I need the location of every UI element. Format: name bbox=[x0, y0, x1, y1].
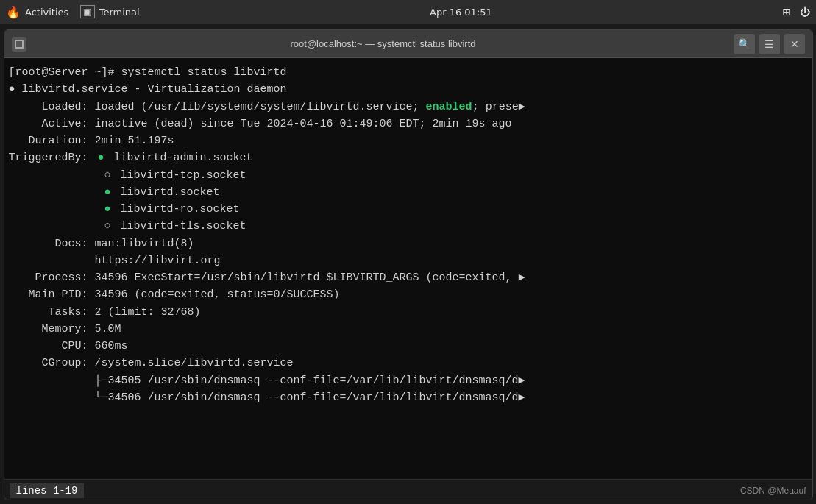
cgroup2-line: └─34506 /usr/sbin/dnsmasq --conf-file=/v… bbox=[9, 389, 808, 406]
cpu-label: CPU: bbox=[9, 338, 88, 355]
docs-line1: Docs: man:libvirtd(8) bbox=[9, 235, 808, 252]
triggered-indent4 bbox=[9, 201, 102, 218]
triggered-value4: libvirtd-ro.socket bbox=[114, 201, 240, 218]
prompt-text: [root@Server ~]# systemctl status libvir… bbox=[9, 64, 287, 81]
system-bar: 🔥 Activities ▣ Terminal Apr 16 01:51 ⊞ ⏻ bbox=[0, 0, 816, 24]
duration-value: 2min 51.197s bbox=[88, 132, 174, 149]
triggered-line3: ● libvirtd.socket bbox=[9, 184, 808, 201]
activities-label: Activities bbox=[25, 7, 68, 18]
docs-value2: https://libvirt.org bbox=[9, 252, 221, 269]
triggered-dot2: ○ bbox=[104, 167, 111, 184]
mainpid-label: Main PID: bbox=[9, 286, 88, 303]
triggered-dot3: ● bbox=[104, 184, 111, 201]
mainpid-value: 34596 (code=exited, status=0/SUCCESS) bbox=[88, 286, 340, 303]
triggered-value2: libvirtd-tcp.socket bbox=[114, 167, 246, 184]
system-datetime: Apr 16 01:51 bbox=[140, 7, 783, 18]
search-button[interactable]: 🔍 bbox=[734, 34, 755, 54]
triggered-value3: libvirtd.socket bbox=[114, 184, 220, 201]
memory-value: 5.0M bbox=[88, 321, 121, 338]
triggered-line2: ○ libvirtd-tcp.socket bbox=[9, 167, 808, 184]
close-button[interactable]: ✕ bbox=[784, 34, 805, 54]
loaded-line: Loaded: loaded (/usr/lib/systemd/system/… bbox=[9, 99, 808, 116]
cpu-line: CPU: 660ms bbox=[9, 338, 808, 355]
tasks-line: Tasks: 2 (limit: 32768) bbox=[9, 304, 808, 321]
active-label: Active: bbox=[9, 116, 88, 132]
triggered-dot5: ○ bbox=[104, 218, 111, 235]
triggered-value1: libvirtd-admin.socket bbox=[107, 149, 253, 166]
loaded-suffix: ; prese▶ bbox=[472, 99, 525, 116]
prompt-line: [root@Server ~]# systemctl status libvir… bbox=[9, 64, 808, 81]
cgroup1-value: ├─34505 /usr/sbin/dnsmasq --conf-file=/v… bbox=[9, 372, 525, 389]
menu-button[interactable]: ☰ bbox=[759, 34, 780, 54]
grid-icon[interactable]: ⊞ bbox=[782, 6, 791, 18]
docs-label: Docs: bbox=[9, 235, 88, 252]
loaded-label: Loaded: bbox=[9, 99, 88, 116]
titlebar-buttons: 🔍 ☰ ✕ bbox=[734, 34, 805, 54]
terminal-title: root@localhost:~ — systemctl status libv… bbox=[32, 38, 734, 49]
cgroup-value: /system.slice/libvirtd.service bbox=[88, 355, 294, 372]
duration-line: Duration: 2min 51.197s bbox=[9, 132, 808, 149]
activities-icon: 🔥 bbox=[6, 5, 21, 19]
triggered-dot4: ● bbox=[104, 201, 111, 218]
terminal-taskbar-item[interactable]: ▣ Terminal bbox=[80, 5, 139, 18]
docs-line2: https://libvirt.org bbox=[9, 252, 808, 269]
cpu-value: 660ms bbox=[88, 338, 128, 355]
triggered-value5: libvirtd-tls.socket bbox=[114, 218, 246, 235]
triggered-line4: ● libvirtd-ro.socket bbox=[9, 201, 808, 218]
cgroup-label: CGroup: bbox=[9, 355, 88, 372]
terminal-label: Terminal bbox=[99, 7, 140, 18]
terminal-window: root@localhost:~ — systemctl status libv… bbox=[4, 29, 813, 500]
power-icon[interactable]: ⏻ bbox=[800, 6, 810, 18]
process-line: Process: 34596 ExecStart=/usr/sbin/libvi… bbox=[9, 269, 808, 286]
triggered-indent3 bbox=[9, 184, 102, 201]
terminal-statusbar: lines 1-19 CSDN @Meaauf bbox=[4, 479, 812, 500]
triggered-label: TriggeredBy: bbox=[9, 149, 88, 166]
memory-label: Memory: bbox=[9, 321, 88, 338]
activities-button[interactable]: 🔥 Activities bbox=[6, 5, 68, 19]
loaded-value: loaded (/usr/lib/systemd/system/libvirtd… bbox=[88, 99, 426, 116]
tasks-value: 2 (limit: 32768) bbox=[88, 304, 201, 321]
cgroup2-value: └─34506 /usr/sbin/dnsmasq --conf-file=/v… bbox=[9, 389, 525, 406]
process-value: 34596 ExecStart=/usr/sbin/libvirtd $LIBV… bbox=[88, 269, 525, 286]
terminal-icon: ▣ bbox=[80, 5, 94, 18]
status-credit: CSDN @Meaauf bbox=[740, 486, 806, 496]
docs-value1: man:libvirtd(8) bbox=[88, 235, 194, 252]
triggered-indent2 bbox=[9, 167, 102, 184]
triggered-dot1: ● bbox=[91, 149, 104, 166]
active-line: Active: inactive (dead) since Tue 2024-0… bbox=[9, 116, 808, 132]
cgroup-line: CGroup: /system.slice/libvirtd.service bbox=[9, 355, 808, 372]
service-name-line: ● libvirtd.service - Virtualization daem… bbox=[9, 81, 808, 98]
triggered-line1: TriggeredBy: ● libvirtd-admin.socket bbox=[9, 149, 808, 166]
active-value: inactive (dead) since Tue 2024-04-16 01:… bbox=[88, 116, 512, 132]
terminal-content: [root@Server ~]# systemctl status libvir… bbox=[4, 58, 812, 479]
status-lines: lines 1-19 bbox=[10, 483, 84, 498]
terminal-titlebar: root@localhost:~ — systemctl status libv… bbox=[4, 30, 812, 58]
service-name: ● libvirtd.service - Virtualization daem… bbox=[9, 81, 287, 98]
triggered-indent5 bbox=[9, 218, 102, 235]
duration-label: Duration: bbox=[9, 132, 88, 149]
system-tray: ⊞ ⏻ bbox=[782, 6, 810, 18]
triggered-line5: ○ libvirtd-tls.socket bbox=[9, 218, 808, 235]
memory-line: Memory: 5.0M bbox=[9, 321, 808, 338]
process-label: Process: bbox=[9, 269, 88, 286]
terminal-window-icon bbox=[12, 37, 26, 52]
cgroup1-line: ├─34505 /usr/sbin/dnsmasq --conf-file=/v… bbox=[9, 372, 808, 389]
tasks-label: Tasks: bbox=[9, 304, 88, 321]
enabled-badge: enabled bbox=[426, 99, 472, 116]
mainpid-line: Main PID: 34596 (code=exited, status=0/S… bbox=[9, 286, 808, 303]
